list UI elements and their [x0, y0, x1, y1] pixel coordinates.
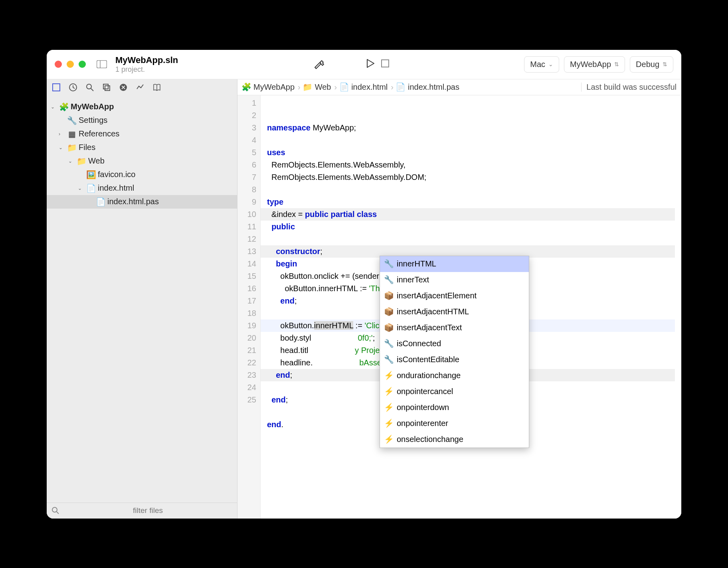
- platform-dropdown[interactable]: Mac ⌄: [524, 56, 559, 73]
- code-editor[interactable]: 1234567891011121314151617181920212223242…: [237, 95, 681, 519]
- bolt-icon: ⚡: [385, 372, 393, 380]
- error-tab-icon[interactable]: [119, 83, 128, 92]
- line-number: 3: [237, 122, 256, 134]
- bolt-icon: ⚡: [385, 388, 393, 396]
- code-line[interactable]: [267, 183, 681, 196]
- file-icon: 📄: [397, 83, 405, 91]
- stop-button[interactable]: [380, 59, 390, 70]
- autocomplete-item[interactable]: 🔧isContentEditable: [380, 352, 529, 368]
- line-number: 8: [237, 183, 256, 196]
- book-tab-icon[interactable]: [152, 83, 162, 92]
- line-number: 2: [237, 109, 256, 122]
- autocomplete-label: insertAdjacentText: [397, 321, 462, 334]
- wrench-icon: 🔧: [385, 340, 393, 348]
- tree-item[interactable]: ⌄📁Files: [47, 141, 237, 154]
- bolt-icon: ⚡: [385, 404, 393, 412]
- svg-rect-2: [382, 60, 389, 67]
- tree-item-label: favicon.ico: [98, 170, 136, 179]
- tree-item[interactable]: 📄index.html.pas: [47, 195, 237, 209]
- autocomplete-item[interactable]: 🔧innerHTML: [380, 256, 529, 272]
- autocomplete-item[interactable]: ⚡onselectionchange: [380, 432, 529, 448]
- search-tab-icon[interactable]: [85, 83, 95, 92]
- tree-item[interactable]: ⌄🧩MyWebApp: [47, 100, 237, 114]
- svg-rect-8: [105, 86, 110, 91]
- autocomplete-item[interactable]: 📦insertAdjacentText: [380, 320, 529, 336]
- svg-line-11: [57, 512, 59, 514]
- chevron-down-icon[interactable]: ⌄: [78, 185, 84, 191]
- project-tree[interactable]: ⌄🧩MyWebApp🔧Settings›▦References⌄📁Files⌄📁…: [47, 95, 237, 503]
- minimize-button[interactable]: [67, 61, 74, 68]
- tree-item-label: index.html.pas: [107, 197, 159, 206]
- filter-input[interactable]: [63, 506, 232, 515]
- autocomplete-item[interactable]: 📦insertAdjacentHTML: [380, 304, 529, 320]
- breadcrumbs: 🧩 MyWebApp › 📁 Web › 📄 index.html › 📄 in…: [237, 79, 681, 95]
- line-number: 7: [237, 171, 256, 183]
- file-icon: 📄: [87, 184, 95, 193]
- code-line[interactable]: type: [267, 196, 681, 208]
- ide-window: MyWebApp.sln 1 project. Mac ⌄ MyWe: [47, 50, 681, 519]
- autocomplete-item[interactable]: ⚡onpointerdown: [380, 400, 529, 416]
- sidebar-tabs: [47, 79, 237, 95]
- chevron-right-icon: ›: [298, 83, 301, 92]
- bolt-icon: ⚡: [385, 436, 393, 444]
- breadcrumb-item[interactable]: MyWebApp: [253, 83, 295, 92]
- autocomplete-label: onpointercancel: [397, 385, 453, 398]
- wrench-icon: 🔧: [385, 356, 393, 364]
- sidebar: ⌄🧩MyWebApp🔧Settings›▦References⌄📁Files⌄📁…: [47, 79, 237, 519]
- autocomplete-label: onpointerdown: [397, 401, 449, 414]
- platform-label: Mac: [530, 60, 545, 69]
- wrench-icon: 🔧: [385, 276, 393, 284]
- bolt-icon: ⚡: [385, 420, 393, 428]
- changes-tab-icon[interactable]: [135, 83, 145, 92]
- autocomplete-item[interactable]: ⚡ondurationchange: [380, 368, 529, 384]
- code-line[interactable]: RemObjects.Elements.WebAssembly.DOM;: [267, 171, 681, 183]
- line-number: 13: [237, 245, 256, 258]
- chevron-right-icon[interactable]: ›: [59, 131, 65, 137]
- svg-point-10: [52, 507, 57, 512]
- autocomplete-item[interactable]: ⚡onpointercancel: [380, 384, 529, 400]
- window-title: MyWebApp.sln 1 project.: [115, 55, 178, 74]
- code-line[interactable]: [267, 134, 681, 146]
- close-button[interactable]: [55, 61, 62, 68]
- solution-subtitle: 1 project.: [115, 65, 178, 74]
- autocomplete-item[interactable]: 🔧innerText: [380, 272, 529, 288]
- run-button[interactable]: [365, 58, 376, 70]
- build-button[interactable]: [313, 58, 325, 71]
- target-dropdown[interactable]: MyWebApp ⇅: [564, 56, 625, 73]
- cube-icon: 📦: [385, 324, 393, 332]
- updown-icon: ⇅: [663, 61, 667, 67]
- code-line[interactable]: [267, 233, 681, 245]
- autocomplete-item[interactable]: ⚡onpointerenter: [380, 416, 529, 432]
- tree-item[interactable]: ›▦References: [47, 127, 237, 141]
- autocomplete-item[interactable]: 📦insertAdjacentElement: [380, 288, 529, 304]
- code-line[interactable]: public: [267, 221, 681, 233]
- tree-item[interactable]: ⌄📁Web: [47, 154, 237, 168]
- breadcrumb-item[interactable]: index.html.pas: [408, 83, 459, 92]
- line-number: 11: [237, 221, 256, 233]
- config-dropdown[interactable]: Debug ⇅: [630, 56, 673, 73]
- zoom-button[interactable]: [79, 61, 86, 68]
- tree-item[interactable]: 🖼️favicon.ico: [47, 168, 237, 181]
- sidebar-toggle-button[interactable]: [95, 59, 108, 69]
- tree-item[interactable]: ⌄📄index.html: [47, 181, 237, 195]
- breadcrumb-item[interactable]: index.html: [351, 83, 388, 92]
- toolbar-center: [178, 58, 524, 71]
- tree-item[interactable]: 🔧Settings: [47, 114, 237, 127]
- autocomplete-popup[interactable]: 🔧innerHTML🔧innerText📦insertAdjacentEleme…: [380, 256, 529, 448]
- chevron-down-icon[interactable]: ⌄: [68, 158, 75, 164]
- code-line[interactable]: &index = public partial class: [261, 208, 675, 221]
- breadcrumb-item[interactable]: Web: [315, 83, 331, 92]
- chevron-down-icon[interactable]: ⌄: [51, 104, 57, 110]
- structure-tab-icon[interactable]: [51, 83, 61, 92]
- code-line[interactable]: namespace MyWebApp;: [267, 122, 681, 134]
- svg-rect-3: [53, 84, 60, 91]
- autocomplete-label: innerHTML: [397, 258, 436, 270]
- autocomplete-label: insertAdjacentElement: [397, 290, 477, 302]
- history-tab-icon[interactable]: [68, 83, 78, 92]
- copy-tab-icon[interactable]: [102, 83, 111, 92]
- code-line[interactable]: RemObjects.Elements.WebAssembly,: [267, 159, 681, 171]
- code-line[interactable]: uses: [267, 146, 681, 159]
- chevron-down-icon[interactable]: ⌄: [59, 145, 65, 150]
- code-content[interactable]: namespace MyWebApp; uses RemObjects.Elem…: [261, 95, 681, 519]
- autocomplete-item[interactable]: 🔧isConnected: [380, 336, 529, 352]
